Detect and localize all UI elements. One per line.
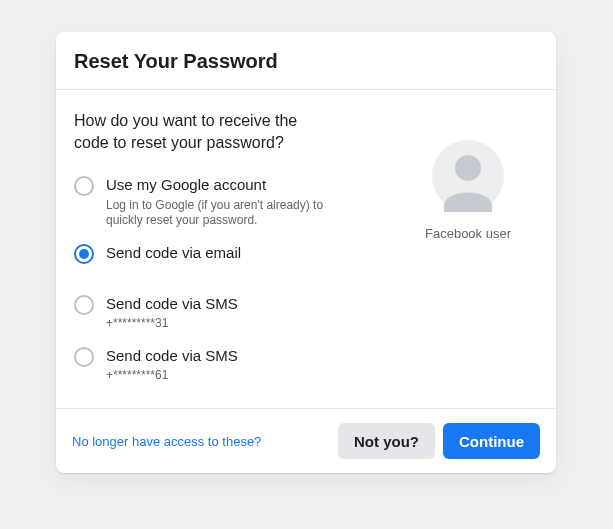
radio-icon [74, 347, 94, 367]
option-texts: Use my Google account Log in to Google (… [106, 175, 388, 229]
radio-icon [74, 244, 94, 264]
options-column: How do you want to receive the code to r… [74, 110, 398, 398]
reset-password-card: Reset Your Password How do you want to r… [56, 32, 556, 473]
option-texts: Send code via email [106, 243, 388, 263]
option-label: Send code via SMS [106, 294, 388, 314]
card-header: Reset Your Password [56, 32, 556, 90]
card-footer: No longer have access to these? Not you?… [56, 408, 556, 473]
page-title: Reset Your Password [74, 50, 538, 73]
option-texts: Send code via SMS +*********61 [106, 346, 388, 384]
option-sms-1[interactable]: Send code via SMS +*********31 [74, 294, 388, 332]
option-sms-2[interactable]: Send code via SMS +*********61 [74, 346, 388, 384]
option-label: Use my Google account [106, 175, 388, 195]
prompt-text: How do you want to receive the code to r… [74, 110, 334, 153]
option-label: Send code via SMS [106, 346, 388, 366]
not-you-button[interactable]: Not you? [338, 423, 435, 459]
continue-button[interactable]: Continue [443, 423, 540, 459]
card-body: How do you want to receive the code to r… [56, 90, 556, 408]
option-subtext: +*********31 [106, 316, 326, 332]
option-subtext: Log in to Google (if you aren't already)… [106, 198, 326, 229]
option-texts: Send code via SMS +*********31 [106, 294, 388, 332]
svg-point-1 [455, 155, 481, 181]
option-label: Send code via email [106, 243, 388, 263]
spacer [74, 278, 388, 294]
no-access-link[interactable]: No longer have access to these? [72, 434, 261, 449]
radio-icon [74, 295, 94, 315]
user-column: Facebook user [398, 110, 538, 398]
option-subtext: +*********61 [106, 368, 326, 384]
user-label: Facebook user [398, 226, 538, 241]
radio-icon [74, 176, 94, 196]
option-email[interactable]: Send code via email [74, 243, 388, 264]
avatar [398, 140, 538, 212]
option-google[interactable]: Use my Google account Log in to Google (… [74, 175, 388, 229]
avatar-icon [432, 140, 504, 212]
